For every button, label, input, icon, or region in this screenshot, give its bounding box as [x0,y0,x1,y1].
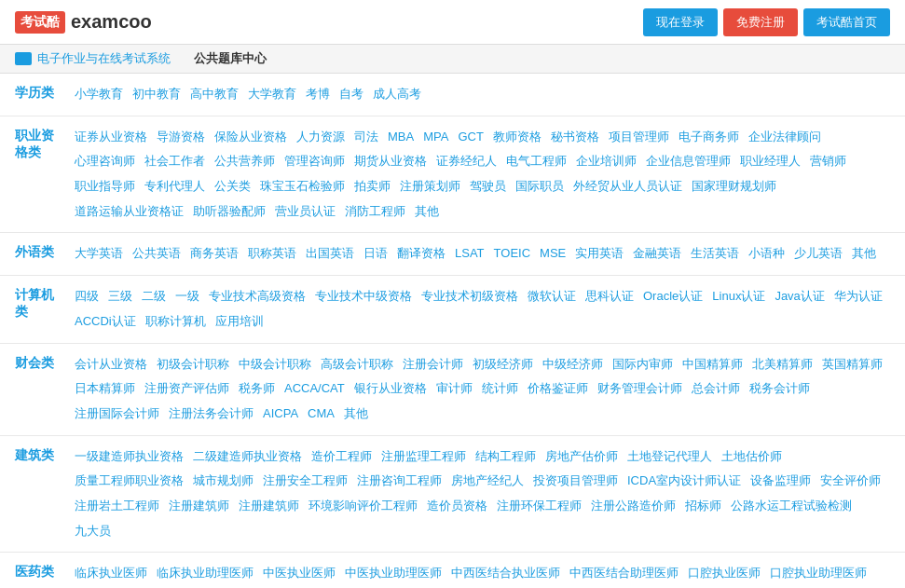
category-link-item[interactable]: TOEIC [494,242,531,266]
category-link-item[interactable]: MSE [540,242,566,266]
category-link-item[interactable]: 口腔执业医师 [688,562,761,585]
category-link-item[interactable]: 注册建筑师 [169,495,229,518]
category-link-item[interactable]: 商务英语 [190,242,239,266]
category-link-item[interactable]: 国家理财规划师 [692,175,776,198]
category-link-item[interactable]: 应用培训 [215,310,264,334]
category-link-item[interactable]: 初级经济师 [473,353,533,376]
category-link-item[interactable]: 营业员认证 [275,200,336,224]
category-link-item[interactable]: 保险从业资格 [214,126,287,149]
category-link-item[interactable]: 专业技术中级资格 [315,285,412,308]
category-link-item[interactable]: 其他 [344,403,368,426]
category-link-item[interactable]: 外经贸从业人员认证 [573,175,682,198]
category-link-item[interactable]: 价格鉴证师 [528,377,588,401]
category-link-item[interactable]: 小语种 [748,242,785,266]
category-link-item[interactable]: 投资项目管理师 [533,470,618,493]
category-link-item[interactable]: 出国英语 [306,242,354,266]
category-link-item[interactable]: 日本精算师 [75,377,135,401]
category-link-item[interactable]: 考博 [306,83,330,106]
category-link-item[interactable]: Linux认证 [712,285,765,308]
category-link-item[interactable]: 其他 [852,242,876,266]
category-link-item[interactable]: 税务师 [239,377,275,401]
category-link-item[interactable]: 注册建筑师 [239,495,299,518]
category-link-item[interactable]: 财务管理会计师 [597,377,682,401]
category-link-item[interactable]: 国际职员 [515,175,564,198]
category-link-item[interactable]: 企业法律顾问 [748,126,821,149]
category-link-item[interactable]: 注册资产评估师 [144,377,229,401]
category-link-item[interactable]: 教师资格 [493,126,542,149]
category-link-item[interactable]: 造价工程师 [311,445,372,469]
category-link-item[interactable]: 公路水运工程试验检测 [731,495,852,518]
category-link-item[interactable]: 生活英语 [691,242,739,266]
category-link-item[interactable]: 审计师 [436,377,473,401]
category-link-item[interactable]: 统计师 [482,377,518,401]
category-link-item[interactable]: 消防工程师 [345,200,405,224]
category-link-item[interactable]: LSAT [455,242,485,266]
category-link-item[interactable]: 翻译资格 [397,242,446,266]
category-link-item[interactable]: 中西医结合助理医师 [569,562,679,585]
category-link-item[interactable]: 企业培训师 [576,150,637,173]
category-link-item[interactable]: 房地产估价师 [545,445,618,469]
category-link-item[interactable]: 总会计师 [692,377,740,401]
category-link-item[interactable]: 注册岩土工程师 [75,495,159,518]
category-link-item[interactable]: 企业信息管理师 [646,150,731,173]
category-link-item[interactable]: 小学教育 [75,83,123,106]
category-link-item[interactable]: 中医执业医师 [263,562,336,585]
category-link-item[interactable]: 大学教育 [248,83,296,106]
category-link-item[interactable]: 助听器验配师 [193,200,266,224]
category-link-item[interactable]: 道路运输从业资格证 [75,200,184,224]
category-link-item[interactable]: 土地估价师 [721,445,782,469]
category-link-item[interactable]: 中级经济师 [542,353,603,376]
category-link-item[interactable]: 职称英语 [248,242,296,266]
category-link-item[interactable]: 实用英语 [575,242,624,266]
category-link-item[interactable]: 注册策划师 [400,175,460,198]
category-link-item[interactable]: 初中教育 [132,83,181,106]
category-link-item[interactable]: 银行从业资格 [354,377,427,401]
home-button[interactable]: 考试酷首页 [803,8,890,36]
category-link-item[interactable]: 职称计算机 [145,310,206,334]
category-link-item[interactable]: 营销师 [810,150,846,173]
login-button[interactable]: 现在登录 [643,8,718,36]
category-link-item[interactable]: 少儿英语 [794,242,843,266]
category-link-item[interactable]: 职业经理人 [740,150,801,173]
category-link-item[interactable]: 公共英语 [132,242,181,266]
category-link-item[interactable]: 土地登记代理人 [627,445,712,469]
category-link-item[interactable]: 一级建造师执业资格 [75,445,184,469]
category-link-item[interactable]: 专业技术初级资格 [421,285,518,308]
category-link-item[interactable]: 会计从业资格 [75,353,147,376]
category-link-item[interactable]: 北美精算师 [752,353,813,376]
category-link-item[interactable]: AICPA [263,403,298,426]
category-link-item[interactable]: 公共营养师 [214,150,275,173]
category-link-item[interactable]: 一级 [175,285,199,308]
category-link-item[interactable]: 秘书资格 [551,126,599,149]
category-link-item[interactable]: 注册环保工程师 [497,495,582,518]
category-link-item[interactable]: 环境影响评价工程师 [309,495,418,518]
category-link-item[interactable]: 专利代理人 [144,175,205,198]
category-link-item[interactable]: 证券从业资格 [75,126,147,149]
category-link-item[interactable]: 珠宝玉石检验师 [260,175,345,198]
category-link-item[interactable]: 注册安全工程师 [263,470,348,493]
category-link-item[interactable]: MPA [423,126,448,149]
category-link-item[interactable]: 结构工程师 [475,445,536,469]
category-link-item[interactable]: 四级 [75,285,99,308]
category-link-item[interactable]: 注册咨询工程师 [357,470,442,493]
category-link-item[interactable]: 国际内审师 [612,353,673,376]
breadcrumb-link[interactable]: 电子作业与在线考试系统 [37,50,171,67]
category-link-item[interactable]: 临床执业助理医师 [157,562,254,585]
category-link-item[interactable]: 城市规划师 [193,470,254,493]
category-link-item[interactable]: 人力资源 [296,126,345,149]
category-link-item[interactable]: 二级建造师执业资格 [193,445,302,469]
category-link-item[interactable]: ACCDi认证 [75,310,136,334]
category-link-item[interactable]: 注册会计师 [403,353,463,376]
category-link-item[interactable]: MBA [388,126,414,149]
category-link-item[interactable]: 招标师 [685,495,721,518]
register-button[interactable]: 免费注册 [723,8,798,36]
category-link-item[interactable]: 税务会计师 [749,377,810,401]
category-link-item[interactable]: 九大员 [75,520,111,543]
category-link-item[interactable]: 导游资格 [157,126,205,149]
category-link-item[interactable]: 初级会计职称 [157,353,229,376]
category-link-item[interactable]: 职业指导师 [75,175,135,198]
category-link-item[interactable]: 造价员资格 [427,495,487,518]
category-link-item[interactable]: 中级会计职称 [239,353,311,376]
category-link-item[interactable]: 高中教育 [190,83,239,106]
category-link-item[interactable]: 设备监理师 [750,470,811,493]
